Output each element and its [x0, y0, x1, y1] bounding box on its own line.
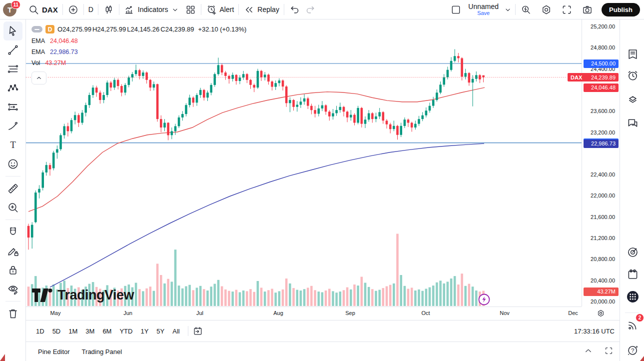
panel-expand-button[interactable] — [584, 346, 593, 358]
range-5d[interactable]: 5D — [48, 326, 65, 337]
snapshot-button[interactable] — [577, 0, 598, 19]
range-1y[interactable]: 1Y — [136, 326, 152, 337]
tool-magnet[interactable] — [3, 222, 22, 242]
user-avatar[interactable]: T 11 — [3, 3, 16, 16]
goto-date-button[interactable] — [192, 326, 203, 336]
quick-search-button[interactable] — [516, 0, 536, 19]
ema-fast-value: 24,046.48 — [50, 38, 78, 44]
price-tick: 21,200.00 — [591, 235, 615, 241]
zoom-in-icon — [6, 201, 19, 214]
price-label-chip: 43.27M — [584, 288, 619, 296]
xabcd-pattern-icon — [6, 82, 19, 94]
ohlc-values: O24,275.99H24,275.99L24,145.26C24,239.89 — [57, 26, 195, 33]
range-1m[interactable]: 1M — [64, 326, 81, 337]
interval-badge[interactable]: D — [45, 25, 54, 34]
price-axis[interactable]: 25,200.0024,800.0024,400.0023,600.0023,2… — [582, 20, 620, 306]
tool-forecast[interactable] — [3, 98, 22, 116]
settings-button[interactable] — [536, 0, 557, 19]
layout-dropdown-button[interactable] — [501, 0, 515, 19]
gear-icon — [541, 4, 552, 16]
price-tick: 20,400.00 — [591, 278, 615, 284]
time-axis[interactable]: MayJunJulAugSepOctNovDec — [26, 306, 582, 320]
ema-fast-legend-row[interactable]: EMA 24,046.48 — [31, 38, 246, 44]
sidebar-apps-button[interactable] — [624, 288, 641, 305]
price-label-chip: 24,500.00 — [584, 60, 619, 68]
tool-text[interactable]: T — [3, 136, 22, 154]
layout-select-button[interactable] — [446, 0, 466, 19]
range-all[interactable]: All — [168, 326, 183, 337]
alert-label: Alert — [220, 6, 234, 14]
price-tick: 22,400.00 — [591, 172, 615, 178]
tool-hide-all-drawings[interactable] — [3, 280, 22, 298]
sidebar-object-tree-button[interactable] — [624, 90, 641, 108]
ema-slow-label: EMA — [31, 48, 45, 56]
legend-collapse-button[interactable] — [31, 72, 46, 84]
sidebar-watchlist-button[interactable] — [624, 46, 641, 62]
ohlc-h: H24,275.99 — [92, 26, 126, 33]
tool-remove-objects[interactable] — [3, 304, 22, 323]
tool-fib-retracement[interactable] — [3, 60, 22, 78]
symbol-search-button[interactable]: DAX — [23, 0, 62, 19]
replay-button[interactable]: Replay — [239, 0, 284, 19]
clock-utc[interactable]: 17:33:16 UTC — [574, 328, 615, 335]
range-1d[interactable]: 1D — [32, 326, 48, 337]
chart-pane[interactable]: D O24,275.99H24,275.99L24,145.26C24,239.… — [26, 20, 582, 306]
interval-button[interactable]: D — [84, 0, 98, 19]
drawing-toolbar: T — [0, 20, 26, 361]
indicators-button[interactable]: Indicators — [119, 0, 184, 19]
sidebar-stock-screener-button[interactable] — [624, 244, 641, 260]
tool-ruler[interactable] — [3, 179, 22, 198]
layout-name: Unnamed — [468, 3, 499, 10]
indicator-templates-button[interactable] — [184, 0, 201, 19]
redo-button[interactable] — [305, 0, 321, 19]
tab-trading-panel[interactable]: Trading Panel — [82, 348, 122, 356]
toolbar-divider — [5, 301, 20, 302]
chart-style-button[interactable] — [98, 0, 119, 19]
tool-brush[interactable] — [3, 116, 22, 136]
fullscreen-button[interactable] — [557, 0, 577, 19]
time-tick-jul: Jul — [196, 310, 203, 316]
panel-maximize-button[interactable] — [604, 346, 614, 358]
main-series-legend-row[interactable]: D O24,275.99H24,275.99L24,145.26C24,239.… — [31, 25, 246, 34]
price-tick: 25,200.00 — [591, 24, 615, 30]
replay-icon — [243, 4, 255, 16]
compare-add-symbol-button[interactable] — [63, 0, 83, 19]
price-tick: 20,000.00 — [591, 298, 615, 304]
range-5y[interactable]: 5Y — [152, 326, 168, 337]
ema-slow-legend-row[interactable]: EMA 22,986.73 — [31, 48, 246, 56]
range-3m[interactable]: 3M — [81, 326, 98, 337]
tool-trend-line[interactable] — [3, 40, 22, 60]
ema-fast-label: EMA — [31, 38, 45, 44]
save-label[interactable]: Save — [477, 10, 490, 16]
sidebar-economic-calendar-button[interactable] — [624, 266, 641, 282]
volume-legend-row[interactable]: Vol 43.27M — [31, 60, 246, 66]
axis-settings-corner[interactable] — [582, 306, 620, 320]
sidebar-help-center-button[interactable]: ? — [624, 342, 641, 358]
collapse-series-icon[interactable] — [31, 26, 42, 32]
sidebar-news-flow-button[interactable]: 2 — [624, 316, 641, 334]
layout-name-button[interactable]: Unnamed Save — [466, 3, 501, 16]
axis-gear-icon — [597, 309, 605, 318]
forecast-icon — [6, 100, 19, 114]
range-6m[interactable]: 6M — [98, 326, 115, 337]
tool-lock-all-drawings[interactable] — [3, 260, 22, 280]
range-ytd[interactable]: YTD — [115, 326, 136, 337]
publish-button[interactable]: Publish — [602, 3, 640, 16]
range-toolbar: 1D5D1M3M6MYTD1Y5YAll 17:33:16 UTC — [26, 320, 620, 342]
tool-emoji[interactable] — [3, 154, 22, 174]
sidebar-chat-button[interactable] — [624, 114, 641, 132]
toolbar-divider — [5, 220, 20, 220]
tool-zoom-in[interactable] — [3, 198, 22, 217]
undo-button[interactable] — [284, 0, 305, 19]
sidebar-alerts-button[interactable] — [624, 67, 641, 84]
camera-icon — [582, 4, 593, 16]
tool-drawing-edit-lock[interactable] — [3, 242, 22, 260]
alert-button[interactable]: Alert — [201, 0, 239, 19]
tab-pine-editor[interactable]: Pine Editor — [38, 348, 70, 356]
tool-xabcd-pattern[interactable] — [3, 78, 22, 98]
tool-cursor[interactable] — [3, 22, 22, 40]
price-tick: 20,800.00 — [591, 256, 615, 262]
hide-all-drawings-icon — [6, 282, 19, 296]
right-sidebar: 2? — [620, 20, 644, 361]
fib-retracement-icon — [6, 62, 19, 76]
